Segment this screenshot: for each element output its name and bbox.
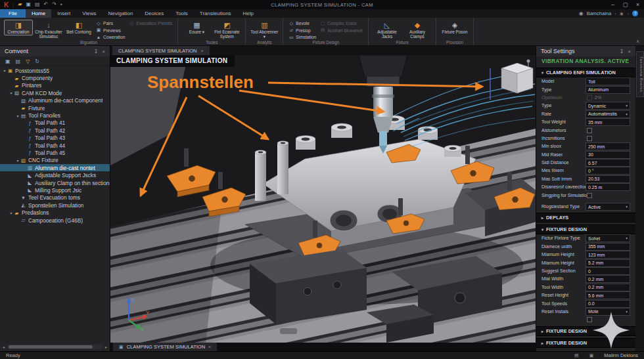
- scroll-right-icon[interactable]: ▸: [103, 345, 109, 349]
- field-input-disanesrof-caveection[interactable]: 0.25 m: [586, 183, 630, 191]
- tree-item-toal-path-42[interactable]: ƒToal Path 42: [0, 127, 110, 134]
- ribbon-button-ausiliart-blowance[interactable]: ▤Ausiliart Blowance: [320, 28, 363, 34]
- gear-icon[interactable]: ∗: [619, 11, 624, 17]
- grid-icon[interactable]: ▤: [574, 353, 579, 358]
- pin-icon[interactable]: ↧: [620, 49, 624, 54]
- field-input-mes-ilixem[interactable]: 0 °: [586, 167, 630, 175]
- checkbox[interactable]: [587, 128, 592, 133]
- tree-item-fivture[interactable]: ▰Fivture: [0, 104, 110, 112]
- field-input-diamece-urdth[interactable]: 355 mm: [586, 243, 630, 251]
- ribbon-button-auxiliary-clamps[interactable]: ◆Auxiliary Clamps: [403, 20, 432, 40]
- field-input-mid-raser[interactable]: 30: [586, 151, 630, 159]
- field-input-mas-sott-irmm[interactable]: 20.53: [586, 175, 630, 183]
- redo-icon[interactable]: ↷: [52, 0, 57, 9]
- tree-item-cam-kcd-mode[interactable]: ▾▧CAM KCD Mode: [0, 89, 110, 96]
- tree-item-toal-path-45[interactable]: ƒToal Path 45: [0, 149, 110, 156]
- field-input-tool-speeds[interactable]: 0.0: [586, 300, 630, 308]
- document-tab[interactable]: ▣ CLAMPING SYSTEM SIMULATION ×: [113, 343, 217, 351]
- field-input-min-sloox[interactable]: 250 mm: [586, 142, 630, 150]
- menu-help[interactable]: Help: [237, 9, 260, 18]
- checkbox[interactable]: [587, 136, 592, 141]
- ribbon-button-chip-evacutter-simulatioc[interactable]: ↓Chip Evacutter Simulatioc: [34, 20, 63, 40]
- ribbon-button-evaluation-premits[interactable]: ◎Evaluation Premits: [129, 20, 172, 27]
- field-input-reset-height[interactable]: 5.6 mm: [586, 291, 630, 299]
- field-select-type[interactable]: Dynamic▾: [586, 102, 630, 110]
- close-icon[interactable]: ×: [200, 49, 203, 53]
- checkbox[interactable]: [587, 193, 592, 198]
- print-icon[interactable]: ▤: [35, 0, 40, 9]
- scroll-track[interactable]: [7, 345, 103, 349]
- field-select-fictur-fixtore-type[interactable]: Sohet▾: [586, 234, 630, 242]
- section-header-deplays-1[interactable]: ▸DEPLAYS: [536, 213, 635, 222]
- ribbon-button-fixture-poson[interactable]: ◈Fixture Poson: [440, 20, 469, 35]
- menu-file[interactable]: File: [0, 9, 26, 18]
- tree-item-ausiliary-clamp-on-thin-sections[interactable]: ◣Ausiliary Clamp on thin sections: [0, 179, 110, 186]
- tree-item-toal-path-44[interactable]: ƒToal Path 44: [0, 142, 110, 149]
- ribbon-button-pairs[interactable]: ◇Pairs: [96, 20, 125, 27]
- collapse-arrow-icon[interactable]: ▾: [9, 211, 14, 215]
- field-input-miamum-height[interactable]: 123 mm: [586, 251, 630, 259]
- close-icon[interactable]: ×: [628, 49, 631, 54]
- tree-item-alumnam-die-cast-nontet[interactable]: ▥Alumnam die-cast nontet: [0, 164, 110, 171]
- menu-views[interactable]: Views: [76, 9, 102, 18]
- ribbon-button-complec-eoste[interactable]: ▢Complec Eoste: [320, 20, 363, 27]
- field-input-sidi-distance[interactable]: 6.57: [586, 159, 630, 167]
- tree-item-toal-path-43[interactable]: ƒToal Path 43: [0, 135, 110, 142]
- filter-icon[interactable]: ▽: [26, 58, 30, 64]
- viewport-tab[interactable]: CLAMPING SYSTEM SIMULATION ×: [112, 46, 210, 55]
- undo-icon[interactable]: ↶: [44, 0, 49, 9]
- field-input-mial-width[interactable]: 0.2 mm: [586, 275, 630, 283]
- ribbon-button-presiop[interactable]: ▱Presiop: [288, 28, 316, 34]
- section-header-fixture-design-2[interactable]: ▾FIXTURE DESIGN: [536, 224, 635, 234]
- open-folder-icon[interactable]: ▰: [18, 0, 22, 9]
- tree-item-aluminum-die-cact-component[interactable]: ▥Aluminum die-cact Component: [0, 97, 110, 104]
- checkbox[interactable]: [587, 317, 592, 322]
- scroll-thumb[interactable]: [9, 345, 93, 348]
- close-icon[interactable]: ×: [102, 49, 105, 54]
- collapse-arrow-icon[interactable]: ▾: [2, 68, 7, 73]
- 3d-viewport-canvas[interactable]: Spannstellen Z: [110, 55, 536, 343]
- collapse-arrow-icon[interactable]: ▾: [15, 158, 20, 163]
- field-input-suggest-section[interactable]: 0: [586, 267, 630, 275]
- ribbon-button-cvenciation[interactable]: ◨Cvenciation: [4, 20, 33, 35]
- ribbon-button-tool-abcrenner[interactable]: ▥Tool Abcrenner ▾: [250, 20, 279, 40]
- collapse-arrow-icon[interactable]: ▾: [15, 114, 20, 118]
- menu-nevigation[interactable]: Nevigation: [102, 9, 139, 18]
- tree-item-adjustable-support-jscks[interactable]: ◣Adjustable Support Jscks: [0, 171, 110, 179]
- field-input-model[interactable]: Toil: [586, 77, 630, 85]
- docked-panel-tab[interactable]: Tasusuna Bveiso: [636, 51, 644, 97]
- tree-item-cnc-fixture[interactable]: ▾▧CNC Fixture: [0, 157, 110, 164]
- menu-deoices[interactable]: Deoices: [139, 9, 170, 18]
- horizontal-scrollbar[interactable]: ◂ ▸: [1, 343, 109, 350]
- menu-insert[interactable]: Insert: [51, 9, 76, 18]
- details-icon[interactable]: ▤: [16, 58, 21, 64]
- collapse-arrow-icon[interactable]: ▾: [9, 91, 14, 95]
- ribbon-button-adjustable-jacks[interactable]: ◺Adjustable Jacks: [373, 20, 402, 40]
- section-header-clamping-enfi-simulation-0[interactable]: ▾CLAMPING ENFI SIMULATION: [536, 68, 635, 77]
- panel-icon[interactable]: ▣: [589, 353, 594, 358]
- tree-item-milling-support-jsic[interactable]: ◣Milling Support Jsic: [0, 186, 110, 194]
- menu-home[interactable]: Home: [26, 9, 51, 18]
- field-select-rate[interactable]: Automatimstis▾: [586, 110, 630, 118]
- minimize-button[interactable]: –: [607, 0, 619, 9]
- ribbon-button-eouee[interactable]: ▦Eouee ▾: [182, 20, 211, 35]
- help-icon[interactable]: ?: [632, 11, 638, 16]
- field-select-riogsiestand-type[interactable]: Active▾: [586, 203, 630, 211]
- pin-icon[interactable]: ↧: [94, 49, 99, 54]
- menu-transleutions[interactable]: Transleutions: [194, 9, 237, 18]
- close-icon[interactable]: ×: [208, 345, 211, 349]
- ribbon-collapse-icon[interactable]: ∧: [636, 39, 639, 44]
- save-icon[interactable]: ▣: [26, 0, 31, 9]
- tree-item-componenty[interactable]: ▰Componenty: [0, 74, 110, 81]
- copy-icon[interactable]: ▣: [5, 58, 11, 64]
- tree-item-campooeation-g46b[interactable]: ▱Campooeation (G46B): [0, 217, 110, 224]
- field-input-type[interactable]: Aluminum: [586, 86, 630, 94]
- close-button[interactable]: ×: [632, 0, 644, 9]
- tree-item-tool-fanoiles[interactable]: ▾▤Tool Fanoiles: [0, 112, 110, 119]
- ribbon-button-bell-contoing[interactable]: ◧Bell Contoing: [64, 20, 93, 35]
- tree-item-toal-path-41[interactable]: ƒToal Path 41: [0, 119, 110, 127]
- maximize-button[interactable]: ▢: [619, 0, 632, 9]
- scroll-left-icon[interactable]: ◂: [1, 345, 7, 349]
- ribbon-button-fixt-ecasnate-system[interactable]: ◩Fixt Ecasnate System: [212, 20, 241, 40]
- field-input-tool-weight[interactable]: 35 mm: [586, 118, 630, 126]
